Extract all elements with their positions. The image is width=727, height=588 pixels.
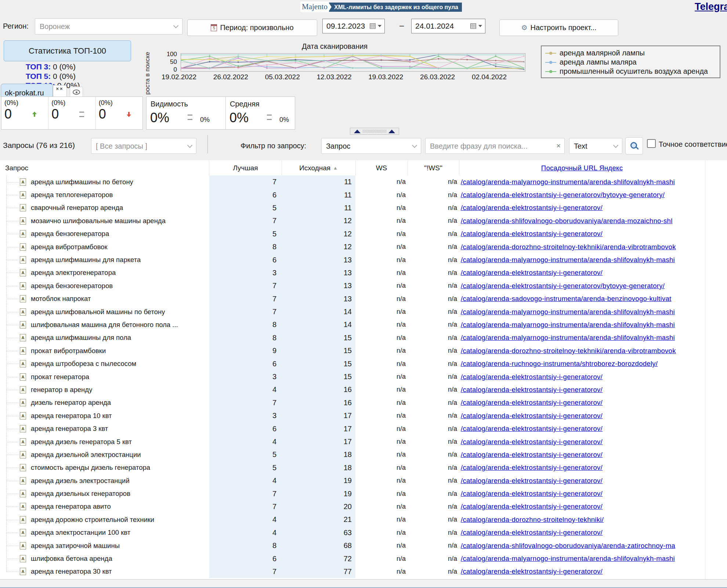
landing-url-link[interactable]: /catalog/arenda-elektrostantsiy-i-genera… — [461, 282, 665, 290]
triangle-up-icon[interactable] — [354, 130, 361, 133]
query-doc-icon: A — [20, 308, 26, 316]
landing-url-link[interactable]: /catalog/arenda-shlifovalnogo-oborudovan… — [461, 217, 673, 225]
top100-stats-button[interactable]: Статистика ТОП-100 — [4, 40, 131, 61]
landing-url-link[interactable]: /catalog/arenda-elektrostantsiy-i-genera… — [461, 386, 603, 394]
calendar-dropdown-icon[interactable] — [478, 25, 482, 27]
table-row[interactable]: A аренда шлифмашины для паркета 6 13 n/a… — [0, 253, 727, 266]
landing-url-link[interactable]: /catalog/arenda-elektrostantsiy-i-genera… — [461, 412, 603, 420]
table-row[interactable]: A стоимость аренды дизель генератора 5 1… — [0, 461, 727, 474]
header-best-position[interactable]: Лучшая — [209, 160, 282, 175]
landing-url-link[interactable]: /catalog/arenda-dorozhno-stroitelnoy-tek… — [461, 347, 676, 355]
exact-match-checkbox[interactable] — [647, 139, 656, 148]
filter-type-select[interactable]: Text — [569, 138, 622, 154]
landing-url-link[interactable]: /catalog/arenda-elektrostantsiy-i-genera… — [461, 490, 603, 498]
ws-value: n/a — [355, 422, 408, 435]
period-button[interactable]: Период: произвольно — [187, 19, 317, 36]
project-tab-ok-prokat[interactable]: ok-prokat.ru — [1, 84, 53, 97]
landing-url-link[interactable]: /catalog/arenda-elektrostantsiy-i-genera… — [461, 425, 603, 433]
table-row[interactable]: A прокат вибротрамбовки 9 15 n/a n/a /ca… — [0, 344, 727, 357]
header-initial-position[interactable]: Исходная ▲ — [282, 160, 356, 175]
visibility-toggle-button[interactable] — [70, 87, 83, 97]
triangle-up-icon[interactable] — [388, 130, 395, 133]
table-row[interactable]: A аренда дизель генератора 5 квт 4 17 n/… — [0, 435, 727, 448]
query-group-select[interactable]: [ Все запросы ] — [91, 138, 196, 154]
landing-url-link[interactable]: /catalog/arenda-elektrostantsiy-i-genera… — [461, 464, 603, 472]
landing-url-link[interactable]: /catalog/arenda-elektrostantsiy-i-genera… — [461, 477, 603, 485]
table-row[interactable]: A шлифовальная машина для бетонного пола… — [0, 318, 727, 331]
landing-url-link[interactable]: /catalog/arenda-elektrostantsiy-i-genera… — [461, 529, 603, 537]
close-icon[interactable]: × — [60, 86, 64, 91]
landing-url-link[interactable]: /catalog/arenda-elektrostantsiy-i-genera… — [461, 204, 603, 212]
date-to-input[interactable]: 24.01.2024 — [411, 19, 485, 33]
tab-close-buttons[interactable]: ×× — [53, 85, 67, 97]
landing-url-link[interactable]: /catalog/arenda-elektrostantsiy-i-genera… — [461, 191, 665, 199]
table-row[interactable]: A аренда генератора 30 квт 7 77 n/a n/a … — [0, 565, 727, 578]
table-row[interactable]: A сварочный генератор аренда 5 11 n/a n/… — [0, 202, 727, 214]
drag-handle[interactable] — [363, 130, 386, 133]
close-icon[interactable]: × — [56, 86, 60, 91]
table-row[interactable]: A мозаично шлифовальные машины аренда 7 … — [0, 214, 727, 227]
landing-url-link[interactable]: /catalog/arenda-elektrostantsiy-i-genera… — [461, 230, 603, 238]
landing-url-link[interactable]: /catalog/arenda-elektrostantsiy-i-genera… — [461, 373, 603, 381]
equals-icon — [267, 115, 272, 120]
landing-url-link[interactable]: /catalog/arenda-elektrostantsiy-i-genera… — [461, 269, 603, 277]
header-query[interactable]: Запрос — [0, 160, 209, 175]
table-row[interactable]: A аренда электростанции 100 квт 4 63 n/a… — [0, 526, 727, 539]
landing-url-link[interactable]: /catalog/arenda-elektrostantsiy-i-genera… — [461, 438, 603, 446]
header-landing-url[interactable]: Посадочный URL Яндекс — [459, 160, 705, 175]
majento-logo[interactable]: Majento — [300, 1, 329, 12]
landing-url-link[interactable]: /catalog/arenda-malyarnogo-instrumenta/a… — [461, 256, 675, 264]
collapse-panel-control[interactable] — [350, 128, 399, 135]
landing-url-link[interactable]: /catalog/arenda-dorozhno-stroitelnoy-tek… — [461, 516, 604, 524]
calendar-dropdown-icon[interactable] — [378, 25, 381, 27]
search-button[interactable] — [625, 137, 643, 155]
region-select[interactable]: Воронеж — [35, 18, 182, 35]
landing-url-link[interactable]: /catalog/arenda-dorozhno-stroitelnoy-tek… — [461, 243, 676, 251]
table-row[interactable]: A генератор в аренду 4 16 n/a n/a /catal… — [0, 383, 727, 396]
table-row[interactable]: A аренда шлифовальной машины по бетону 7… — [0, 305, 727, 318]
table-row[interactable]: A аренда генератора авито 7 20 n/a n/a /… — [0, 500, 727, 513]
header-not-ws[interactable]: "!WS" — [408, 160, 459, 175]
table-row[interactable]: A аренда генератора 10 квт 3 17 n/a n/a … — [0, 409, 727, 422]
landing-url-link[interactable]: /catalog/arenda-elektrostantsiy-i-genera… — [461, 567, 603, 576]
clear-search-icon[interactable]: × — [556, 141, 561, 150]
table-row[interactable]: A аренда дорожно строительной техники 4 … — [0, 513, 727, 526]
table-row[interactable]: A аренда шлифмашины для пола 8 15 n/a n/… — [0, 331, 727, 344]
panel-splitter[interactable] — [207, 135, 208, 153]
landing-url-link[interactable]: /catalog/arenda-malyarnogo-instrumenta/a… — [461, 321, 675, 329]
landing-url-link[interactable]: /catalog/arenda-ruchnogo-instrumenta/sht… — [461, 360, 658, 368]
search-phrase-input[interactable]: Введите фразу для поиска... × — [425, 138, 565, 154]
landing-url-link[interactable]: /catalog/arenda-sadovogo-instrumenta/are… — [461, 295, 672, 303]
landing-url-link[interactable]: /catalog/arenda-malyarnogo-instrumenta/a… — [461, 308, 675, 316]
filter-field-select[interactable]: Запрос — [321, 138, 421, 154]
table-row[interactable]: A мотоблок напрокат 7 13 n/a n/a /catalo… — [0, 293, 727, 305]
table-row[interactable]: A аренда шлифмашины по бетону 7 11 n/a n… — [0, 175, 727, 188]
header-ws[interactable]: WS — [355, 160, 408, 175]
table-row[interactable]: A аренда электрогенератора 3 13 n/a n/a … — [0, 266, 727, 279]
landing-url-link[interactable]: /catalog/arenda-elektrostantsiy-i-genera… — [461, 451, 603, 459]
table-row[interactable]: A дизель генератор аренда 7 16 n/a n/a /… — [0, 396, 727, 409]
table-row[interactable]: A шлифовка бетона аренда 6 72 n/a n/a /c… — [0, 552, 727, 565]
table-row[interactable]: A аренда генератора 3 квт 6 17 n/a n/a /… — [0, 422, 727, 435]
table-row[interactable]: A прокат генератора 3 15 n/a n/a /catalo… — [0, 370, 727, 383]
table-row[interactable]: A аренда штробореза с пылесосом 6 15 n/a… — [0, 357, 727, 370]
table-row[interactable]: A аренда дизельной электростанции 5 18 n… — [0, 448, 727, 461]
ws-value: n/a — [355, 513, 408, 526]
configure-project-button[interactable]: ⚙ Настроить проект... — [499, 19, 618, 36]
table-row[interactable]: A аренда теплогенераторов 6 11 n/a n/a /… — [0, 188, 727, 201]
table-row[interactable]: A аренда дизель электростанций 4 19 n/a … — [0, 474, 727, 487]
table-row[interactable]: A аренда вибротрамбовок 8 12 n/a n/a /ca… — [0, 240, 727, 253]
landing-url-link[interactable]: /catalog/arenda-elektrostantsiy-i-genera… — [461, 502, 603, 511]
date-from-input[interactable]: 09.12.2023 — [322, 19, 385, 33]
landing-url-link[interactable]: /catalog/arenda-shlifovalnogo-oborudovan… — [461, 542, 675, 550]
table-row[interactable]: A аренда бензогенераторов 7 13 n/a n/a /… — [0, 279, 727, 292]
landing-url-link[interactable]: /catalog/arenda-malyarnogo-instrumenta/a… — [461, 334, 675, 342]
telegram-link[interactable]: Telegram — [695, 1, 727, 12]
landing-url-link[interactable]: /catalog/arenda-malyarnogo-instrumenta/a… — [461, 178, 675, 186]
table-row[interactable]: A аренда затирочной машины 8 68 n/a n/a … — [0, 539, 727, 552]
table-row[interactable]: A аренда дизельных генераторов 7 19 n/a … — [0, 487, 727, 500]
table-row[interactable]: A аренда бензогенератора 5 12 n/a n/a /c… — [0, 228, 727, 240]
landing-url-link[interactable]: /catalog/arenda-elektrostantsiy-i-genera… — [461, 399, 603, 407]
top5-stat: ТОП 5: 0 (0%) — [26, 72, 76, 81]
landing-url-link[interactable]: /catalog/arenda-malyarnogo-instrumenta/a… — [461, 555, 675, 563]
